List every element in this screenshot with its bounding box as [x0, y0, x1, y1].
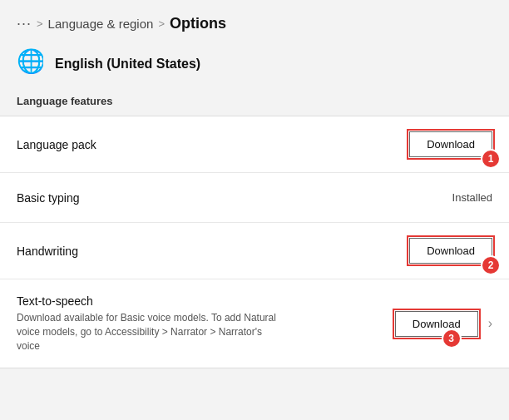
badge-1: 1 [481, 149, 501, 169]
download-button-handwriting[interactable]: Download [409, 238, 492, 264]
feature-row-basic-typing: Basic typing Installed [0, 173, 509, 223]
lang-header: 🌐 English (United States) [0, 41, 509, 95]
download-button-tts[interactable]: Download [395, 311, 478, 337]
feature-info-basic-typing: Basic typing [17, 191, 452, 205]
feature-name-language-pack: Language pack [17, 138, 393, 151]
feature-row-tts: Text-to-speech Download available for Ba… [0, 279, 509, 368]
feature-action-basic-typing: Installed [452, 191, 492, 204]
feature-desc-tts: Download available for Basic voice model… [17, 311, 283, 353]
feature-name-basic-typing: Basic typing [17, 191, 436, 205]
breadcrumb: ··· > Language & region > Options [0, 0, 509, 41]
breadcrumb-current: Options [170, 15, 226, 32]
breadcrumb-sep1: > [37, 17, 43, 30]
feature-info-language-pack: Language pack [17, 138, 409, 151]
feature-info-tts: Text-to-speech Download available for Ba… [17, 294, 395, 353]
feature-name-handwriting: Handwriting [17, 245, 393, 258]
installed-status: Installed [452, 191, 492, 204]
feature-action-handwriting: Download 2 [409, 238, 492, 264]
features-list: Language pack Download 1 Basic typing In… [0, 116, 509, 368]
lang-title: English (United States) [55, 57, 200, 72]
feature-info-handwriting: Handwriting [17, 245, 409, 258]
feature-action-tts: Download 3 › [395, 311, 492, 337]
feature-name-tts: Text-to-speech [17, 294, 378, 308]
badge-2: 2 [481, 255, 501, 275]
breadcrumb-sep2: > [158, 17, 165, 30]
feature-row-handwriting: Handwriting Download 2 [0, 223, 509, 279]
svg-text:🌐: 🌐 [17, 47, 43, 74]
language-icon: 🌐 [17, 47, 43, 80]
badge-3: 3 [442, 329, 462, 348]
feature-action-language-pack: Download 1 [409, 131, 492, 157]
breadcrumb-lang-region[interactable]: Language & region [48, 17, 154, 31]
section-title: Language features [0, 95, 509, 116]
breadcrumb-dots[interactable]: ··· [17, 15, 32, 32]
download-button-language-pack[interactable]: Download [409, 131, 492, 157]
chevron-right-icon: › [488, 316, 492, 331]
feature-row-language-pack: Language pack Download 1 [0, 116, 509, 173]
